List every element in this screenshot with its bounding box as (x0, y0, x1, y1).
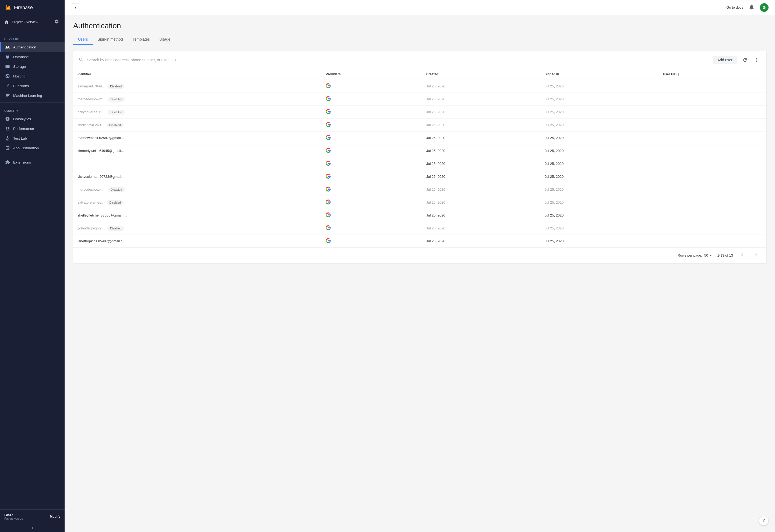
table-row: vickycoleman.20723@gmail…. Jul 25, 2020 … (73, 170, 766, 183)
sidebar-storage-label: Storage (13, 65, 26, 69)
add-user-button[interactable]: Add user (713, 56, 737, 64)
table-row: yolandagregory…Disabled Jul 25, 2020 Jul… (73, 222, 766, 235)
hosting-icon (5, 74, 10, 79)
cell-signed-in: Jul 25, 2020 (540, 209, 659, 222)
cell-identifier: vickycoleman.20723@gmail…. (73, 170, 321, 183)
tab-sign-in-method[interactable]: Sign-in method (93, 34, 128, 45)
search-icon (79, 57, 84, 63)
home-icon (4, 20, 9, 24)
dropdown-icon (709, 253, 713, 258)
storage-icon (5, 64, 10, 69)
cell-created: Jul 25, 2020 (422, 209, 540, 222)
more-options-button[interactable] (752, 56, 761, 64)
cell-uid (659, 80, 766, 93)
sidebar-item-storage[interactable]: Storage (0, 62, 65, 71)
sidebar-functions-label: Functions (13, 84, 29, 88)
cell-provider (321, 222, 422, 235)
col-signed-in: Signed In (540, 69, 659, 80)
sidebar-item-test-lab[interactable]: Test Lab (0, 133, 65, 143)
cell-identifier: almagrant.7649…Disabled (73, 80, 321, 93)
cell-provider (321, 106, 422, 119)
sidebar-item-hosting[interactable]: Hosting (0, 71, 65, 81)
project-overview-row[interactable]: Project Overview (0, 15, 65, 29)
cell-uid (659, 144, 766, 157)
cell-signed-in: Jul 25, 2020 (540, 170, 659, 183)
chevron-right-icon (753, 252, 759, 257)
cell-created: Jul 25, 2020 (422, 106, 540, 119)
cell-uid (659, 235, 766, 248)
tabs-bar: Users Sign-in method Templates Usage (73, 34, 766, 45)
table-body: almagrant.7649…Disabled Jul 25, 2020 Jul… (73, 80, 766, 248)
cell-identifier: kimberlywells.64945@gmail…. (73, 144, 321, 157)
cell-created: Jul 25, 2020 (422, 144, 540, 157)
rows-per-page: Rows per page: 50 (678, 253, 713, 258)
sidebar-item-app-distribution[interactable]: App Distribution (0, 143, 65, 153)
cell-uid (659, 209, 766, 222)
sidebar-hosting-label: Hosting (13, 74, 26, 78)
functions-icon (5, 83, 10, 88)
cell-signed-in: Jul 25, 2020 (540, 157, 659, 170)
cell-identifier: mercedesbowm…Disabled (73, 183, 321, 196)
disabled-badge: Disabled (108, 110, 125, 115)
refresh-button[interactable] (741, 56, 749, 64)
prev-page-button[interactable] (737, 251, 747, 260)
user-avatar[interactable]: G (760, 3, 769, 12)
cell-uid (659, 119, 766, 132)
collapse-sidebar-button[interactable]: ‹ (0, 523, 65, 532)
search-input[interactable] (87, 58, 709, 62)
cell-identifier: rickyfigueroa.12…Disabled (73, 106, 321, 119)
topbar-left: ▾ (71, 3, 80, 11)
cell-uid (659, 157, 766, 170)
next-page-button[interactable] (751, 251, 761, 260)
cell-identifier: shelleyfletcher.38605@gmail…. (73, 209, 321, 222)
cell-uid (659, 132, 766, 144)
help-button[interactable]: ? (759, 516, 769, 526)
sidebar-database-label: Database (13, 55, 29, 59)
cell-provider (321, 209, 422, 222)
goto-docs-link[interactable]: Go to docs (726, 5, 743, 9)
tab-users[interactable]: Users (73, 34, 93, 45)
modify-plan-button[interactable]: Modify (50, 515, 60, 519)
settings-button[interactable] (53, 18, 60, 26)
project-overview-label: Project Overview (12, 20, 38, 24)
table-row: janethopkins.85497@gmail.c…. Jul 25, 202… (73, 235, 766, 248)
cell-uid (659, 106, 766, 119)
table-row: mathewmack.62587@gmail…. Jul 25, 2020 Ju… (73, 132, 766, 144)
cell-identifier: salvatorejames…Disabled (73, 196, 321, 209)
table-row: sheilafloyd.269…Disabled Jul 25, 2020 Ju… (73, 119, 766, 132)
page: Authentication Users Sign-in method Temp… (65, 15, 775, 532)
sidebar-test-lab-label: Test Lab (13, 136, 27, 140)
sidebar-extensions-label: Extensions (13, 160, 31, 164)
project-selector[interactable]: ▾ (71, 3, 80, 11)
col-created: Created (422, 69, 540, 80)
pagination: Rows per page: 50 1-13 of 13 (73, 247, 766, 263)
disabled-badge: Disabled (107, 123, 123, 127)
cell-uid (659, 222, 766, 235)
pagination-range: 1-13 of 13 (717, 253, 733, 257)
cell-created: Jul 25, 2020 (422, 183, 540, 196)
cell-provider (321, 170, 422, 183)
performance-icon (5, 126, 10, 131)
sidebar-item-extensions[interactable]: Extensions (0, 157, 65, 167)
rows-per-page-select[interactable]: 50 (704, 253, 713, 258)
cell-identifier: janethopkins.85497@gmail.c…. (73, 235, 321, 248)
sidebar-item-crashlytics[interactable]: Crashlytics (0, 114, 65, 124)
cell-signed-in: Jul 25, 2020 (540, 119, 659, 132)
cell-identifier: mathewmack.62587@gmail…. (73, 132, 321, 144)
tab-templates[interactable]: Templates (128, 34, 155, 45)
disabled-badge: Disabled (107, 84, 124, 89)
cell-signed-in: Jul 25, 2020 (540, 132, 659, 144)
sidebar-item-performance[interactable]: Performance (0, 124, 65, 133)
cell-provider (321, 93, 422, 106)
authentication-icon (5, 45, 10, 49)
table-row: mercedesbowm…Disabled Jul 25, 2020 Jul 2… (73, 93, 766, 106)
sidebar-item-database[interactable]: Database (0, 52, 65, 62)
sidebar-item-functions[interactable]: Functions (0, 81, 65, 91)
sidebar-item-machine-learning[interactable]: Machine Learning (0, 91, 65, 100)
project-selector-chevron: ▾ (75, 5, 76, 9)
develop-section-label: Develop (0, 33, 65, 42)
tab-usage[interactable]: Usage (155, 34, 175, 45)
notifications-button[interactable] (749, 4, 755, 11)
sidebar-item-authentication[interactable]: Authentication (0, 42, 65, 52)
table-row: almagrant.7649…Disabled Jul 25, 2020 Jul… (73, 80, 766, 93)
